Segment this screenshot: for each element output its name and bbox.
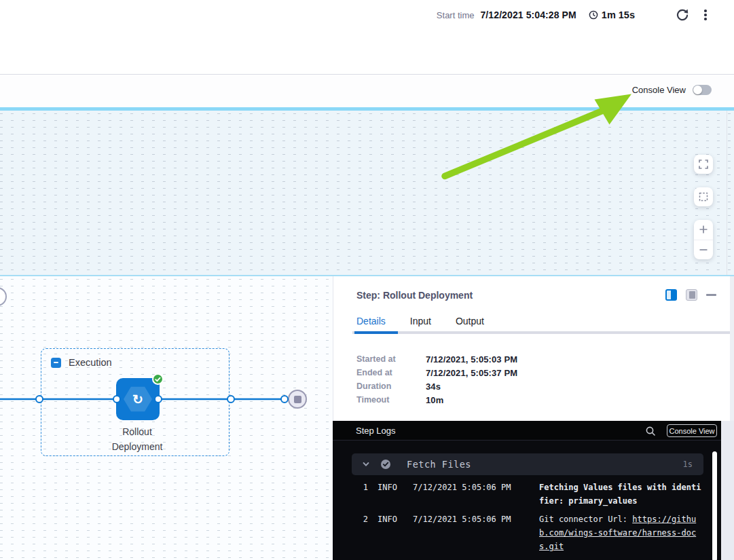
search-logs-button[interactable] <box>645 426 656 436</box>
collapse-group-icon[interactable] <box>51 358 61 368</box>
step-graph-canvas[interactable]: Execution ↻ Rollout Deployment <box>0 276 333 560</box>
log-message-text: Git connector Url: <box>539 515 632 524</box>
panel-tabs: Details Input Output <box>356 316 484 326</box>
tabs-divider <box>352 331 730 334</box>
console-view-control: Console View <box>632 85 712 95</box>
field-row: Started at 7/12/2021, 5:05:03 PM <box>356 352 517 366</box>
log-group-fetch-files[interactable]: Fetch Files 1s <box>352 453 703 475</box>
field-value: 34s <box>426 381 441 392</box>
success-check-icon <box>152 373 164 385</box>
zoom-controls <box>694 220 713 259</box>
log-line-number: 1 <box>352 481 368 508</box>
zoom-in-icon <box>698 224 709 235</box>
tab-output[interactable]: Output <box>456 316 484 326</box>
log-timestamp: 7/12/2021 5:05:06 PM <box>413 512 534 553</box>
log-message: Fetching Values files with identifier: p… <box>539 481 703 508</box>
log-line: 2 INFO 7/12/2021 5:05:06 PM Git connecto… <box>352 512 703 553</box>
logs-scrollbar-gutter <box>721 421 734 560</box>
log-group-name: Fetch Files <box>407 459 471 470</box>
zoom-in-button[interactable] <box>694 220 713 240</box>
field-value: 7/12/2021, 5:05:03 PM <box>426 354 517 365</box>
zoom-out-icon <box>698 244 709 255</box>
elapsed-time-value: 1m 15s <box>602 10 635 20</box>
console-view-toggle[interactable] <box>693 85 712 95</box>
bottom-view-icon[interactable] <box>686 289 697 301</box>
step-logs-title: Step Logs <box>356 426 396 436</box>
refresh-icon <box>675 8 689 22</box>
chevron-down-icon[interactable] <box>362 460 370 468</box>
graph-toolbar: Console View <box>0 75 734 107</box>
step-logs-panel: Step Logs Console View Fetch Files <box>333 421 721 560</box>
split-view-icon[interactable] <box>665 289 677 301</box>
execution-group-header: Execution <box>51 357 112 368</box>
field-row: Ended at 7/12/2021, 5:05:37 PM <box>356 366 517 379</box>
log-line: 1 INFO 7/12/2021 5:05:06 PM Fetching Val… <box>352 481 703 508</box>
tab-details[interactable]: Details <box>356 316 386 326</box>
lower-split-region: Execution ↻ Rollout Deployment <box>0 275 734 560</box>
fullscreen-button[interactable] <box>694 155 713 174</box>
execution-meta: Start time 7/12/2021 5:04:28 PM 1m 15s <box>437 7 711 22</box>
logs-console-view-button[interactable]: Console View <box>667 424 717 437</box>
panel-title: Step: Rollout Deployment <box>356 290 473 301</box>
zoom-out-button[interactable] <box>694 240 713 260</box>
stage-graph-canvas[interactable] <box>0 111 734 275</box>
active-tab-indicator <box>354 331 398 334</box>
panel-scrollbar-gutter <box>730 276 734 421</box>
toggle-knob <box>693 86 702 94</box>
fit-to-view-button[interactable] <box>694 187 713 206</box>
field-label: Timeout <box>356 395 426 405</box>
field-value: 7/12/2021, 5:05:37 PM <box>426 368 517 378</box>
pipeline-execution-page: Start time 7/12/2021 5:04:28 PM 1m 15s C… <box>0 0 734 560</box>
panel-window-controls <box>665 289 716 301</box>
start-time-label: Start time <box>437 10 475 20</box>
node-label: Rollout Deployment <box>90 424 185 454</box>
elapsed-time: 1m 15s <box>589 10 635 20</box>
start-time-value: 7/12/2021 5:04:28 PM <box>480 10 576 20</box>
console-view-label: Console View <box>632 85 686 95</box>
execution-header: Start time 7/12/2021 5:04:28 PM 1m 15s <box>0 0 734 75</box>
log-message: Git connector Url: https://github.com/wi… <box>539 512 703 553</box>
field-row: Duration 34s <box>356 379 517 393</box>
log-level: INFO <box>378 512 402 553</box>
rollout-deployment-node[interactable]: ↻ <box>116 378 160 420</box>
clock-icon <box>589 10 598 20</box>
fullscreen-icon <box>698 159 709 170</box>
step-status-check-icon <box>380 459 391 470</box>
logs-scrollbar[interactable] <box>712 451 717 560</box>
kebab-menu-button[interactable] <box>700 7 711 22</box>
step-logs-header: Step Logs Console View <box>333 421 721 441</box>
end-node[interactable] <box>288 390 307 409</box>
stop-square-icon <box>294 396 301 403</box>
field-value: 10m <box>426 395 443 405</box>
minimize-icon[interactable] <box>706 294 716 296</box>
search-icon <box>645 426 656 436</box>
rollout-icon: ↻ <box>124 386 152 412</box>
field-label: Duration <box>356 381 426 391</box>
refresh-button[interactable] <box>674 7 689 22</box>
field-row: Timeout 10m <box>356 393 517 407</box>
field-label: Started at <box>356 354 426 364</box>
log-lines: 1 INFO 7/12/2021 5:05:06 PM Fetching Val… <box>352 481 703 560</box>
canvas-scroll-track <box>727 111 727 275</box>
fit-to-view-icon <box>698 191 709 202</box>
log-line-number: 2 <box>352 512 368 553</box>
field-label: Ended at <box>356 368 426 377</box>
log-group-duration: 1s <box>683 460 693 469</box>
step-details-panel: Step: Rollout Deployment Details Input O… <box>333 276 734 421</box>
tab-input[interactable]: Input <box>410 316 431 326</box>
step-detail-fields: Started at 7/12/2021, 5:05:03 PM Ended a… <box>356 352 517 407</box>
execution-group-label: Execution <box>69 357 112 368</box>
log-timestamp: 7/12/2021 5:05:06 PM <box>413 481 534 508</box>
log-level: INFO <box>378 481 402 508</box>
